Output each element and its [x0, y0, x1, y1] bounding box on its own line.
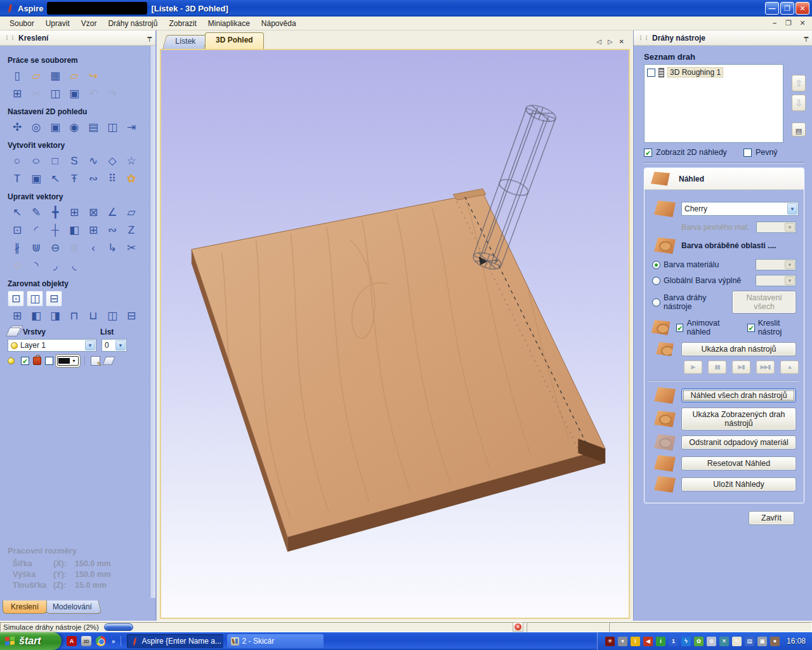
tray-volume-icon[interactable]: ◀ — [643, 637, 653, 646]
mdi-restore-button[interactable]: ❐ — [784, 19, 793, 27]
sheet-select[interactable]: 0 ▼ — [102, 339, 127, 352]
view-tab-l-stek[interactable]: Lístek — [162, 35, 208, 49]
pin-icon[interactable]: ┯ — [147, 34, 152, 42]
panel-tab-kreslen-[interactable]: Kreslení — [3, 600, 47, 614]
export-vectors-icon[interactable]: ↪ — [84, 67, 103, 84]
new-file-icon[interactable]: ▯ — [8, 67, 27, 84]
save-file-icon[interactable]: ▦ — [46, 67, 65, 84]
preview-toolpath-button[interactable]: Ukázka drah nástrojů — [681, 342, 796, 356]
align-left-icon[interactable]: ◧ — [27, 307, 46, 324]
open-file-icon[interactable]: ▱ — [27, 67, 46, 84]
weld-union-icon[interactable]: ⋓ — [27, 239, 46, 256]
move-toolpath-down-button[interactable]: ⇩ — [792, 95, 806, 111]
chrome-icon[interactable] — [96, 636, 106, 646]
zoom-box-icon[interactable]: ▣ — [46, 119, 65, 136]
pause-button[interactable]: ▮▮ — [708, 361, 726, 374]
paste-icon[interactable]: ▣ — [65, 85, 84, 102]
tray-info-icon[interactable]: i — [656, 637, 665, 646]
pan-view-icon[interactable]: ✣ — [8, 119, 27, 136]
menu-zobrazit[interactable]: Zobrazit — [163, 18, 202, 29]
star-icon[interactable]: ☆ — [122, 152, 141, 169]
tray-notes-icon[interactable]: ✎ — [732, 637, 742, 646]
task-button-2-skic-r[interactable]: 2 - Skicár — [227, 634, 324, 648]
tray-certificate-icon[interactable]: ✿ — [694, 637, 704, 646]
polygon-icon[interactable]: ◇ — [103, 152, 122, 169]
reset-preview-button[interactable]: Resetovat Náhled — [681, 456, 796, 470]
align-top-icon[interactable]: ⊓ — [65, 307, 84, 324]
mdi-minimize-button[interactable]: – — [770, 19, 779, 27]
scroll-tabs-right-icon[interactable]: ▷ — [608, 38, 613, 45]
extend-vectors-icon[interactable]: ↳ — [103, 239, 122, 256]
start-button[interactable]: štart — [0, 632, 62, 650]
vector-texture-icon[interactable]: Z — [122, 222, 141, 239]
text-icon[interactable]: T — [8, 170, 27, 187]
tray-update-icon[interactable]: ● — [770, 637, 780, 646]
3d-viewport[interactable] — [161, 50, 629, 618]
pin-icon[interactable]: ┯ — [804, 34, 808, 42]
layer-lock-icon[interactable] — [33, 357, 41, 365]
ellipse-icon[interactable]: ○ — [23, 152, 49, 169]
menu-upravit[interactable]: Upravit — [40, 18, 75, 29]
cut3d-icon[interactable]: 3D — [81, 636, 91, 646]
material-select[interactable]: Cherry ▼ — [681, 202, 799, 216]
menu-soubor[interactable]: Soubor — [4, 18, 40, 29]
align-center-y-icon[interactable]: ⊟ — [46, 291, 62, 307]
array-copy-icon[interactable]: ⊞ — [84, 222, 103, 239]
panel-scrollbar[interactable] — [150, 46, 155, 598]
close-panel-button[interactable]: Zavřít — [749, 511, 794, 525]
subtract-vectors-icon[interactable]: ⊖ — [46, 239, 65, 256]
align-center-h-icon[interactable]: ◫ — [103, 307, 122, 324]
align-outline-icon[interactable]: ⊞ — [8, 307, 27, 324]
tray-language-icon[interactable]: 1 — [669, 637, 678, 646]
single-step-button[interactable]: ▶▮ — [732, 361, 750, 374]
pdf-reader-icon[interactable]: A — [67, 636, 77, 646]
cancel-simulation-button[interactable]: ✕ — [513, 622, 523, 632]
menu-vzor[interactable]: Vzor — [75, 18, 103, 29]
menu-dr-hy-n-stroj-[interactable]: Dráhy nástrojů — [102, 18, 163, 29]
align-center-x-icon[interactable]: ◫ — [27, 291, 43, 307]
layer-select[interactable]: Layer 1 ▼ — [8, 339, 96, 352]
arc-tangent-icon[interactable]: ◟ — [65, 257, 84, 274]
copy-icon[interactable]: ◫ — [46, 85, 65, 102]
preview-visible-toolpaths-button[interactable]: Ukázka Zobrazených drah nástrojů — [681, 408, 796, 430]
layer-visible-checkbox[interactable]: ✔ — [21, 357, 29, 365]
quick-launch-more-icon[interactable]: » — [112, 638, 115, 645]
text-on-curve-icon[interactable]: ∾ — [84, 170, 103, 187]
layer-color-checkbox[interactable] — [45, 357, 53, 365]
align-bottom-icon[interactable]: ⊔ — [84, 307, 103, 324]
radio-glob-ln-barva-v-pln-[interactable] — [652, 277, 660, 285]
select-vectors-icon[interactable]: ↖ — [8, 204, 27, 221]
menu-miniaplikace[interactable]: Miniaplikace — [202, 18, 256, 29]
task-button-aspire-enter-name-a-[interactable]: Aspire {Enter Name a... — [127, 634, 223, 648]
ungroup-vectors-icon[interactable]: ⊠ — [84, 204, 103, 221]
slice-vectors-icon[interactable]: ∦ — [8, 239, 27, 256]
layer-color-swatch[interactable]: ▼ — [57, 356, 79, 366]
transform-selection-icon[interactable]: ╋ — [46, 204, 65, 221]
join-vectors-icon[interactable]: ∾ — [103, 222, 122, 239]
align-center-v-icon[interactable]: ⊟ — [122, 307, 141, 324]
tray-display-icon[interactable]: ▤ — [745, 637, 754, 646]
merge-layers-icon[interactable] — [102, 357, 115, 365]
text-select-icon[interactable]: ↖ — [46, 170, 65, 187]
trim-vectors-icon[interactable]: ‹ — [84, 239, 103, 256]
zoom-interactive-icon[interactable]: ◎ — [27, 119, 46, 136]
zoom-selection-icon[interactable]: ◉ — [65, 119, 84, 136]
skip-back-button[interactable]: ▲ — [780, 361, 799, 374]
minimize-button[interactable]: — — [765, 2, 779, 15]
zoom-extents-icon[interactable]: ▤ — [84, 119, 103, 136]
tray-network-error-icon[interactable]: ✕ — [719, 637, 729, 646]
radio-barva-dr-hy-n-stroje[interactable] — [652, 298, 660, 307]
toolpath-summary-button[interactable]: ▤ — [792, 123, 806, 136]
toolpath-list-item[interactable]: 3D Roughing 1 — [647, 67, 780, 77]
align-right-icon[interactable]: ◨ — [46, 307, 65, 324]
tile-views-icon[interactable]: ◫ — [103, 119, 122, 136]
arc-2point-icon[interactable]: ◞ — [46, 257, 65, 274]
move-to-position-icon[interactable]: ┼ — [46, 222, 65, 239]
menu-n-pov-da[interactable]: Nápověda — [256, 18, 302, 29]
job-setup-icon[interactable]: ⊞ — [8, 85, 27, 102]
solid-checkbox[interactable] — [743, 149, 752, 157]
mdi-close-button[interactable]: ✕ — [798, 19, 807, 27]
chevron-down-icon[interactable]: ▼ — [85, 340, 95, 350]
curve-icon[interactable]: ∿ — [84, 152, 103, 169]
tray-power-icon[interactable]: ϟ — [681, 637, 691, 646]
